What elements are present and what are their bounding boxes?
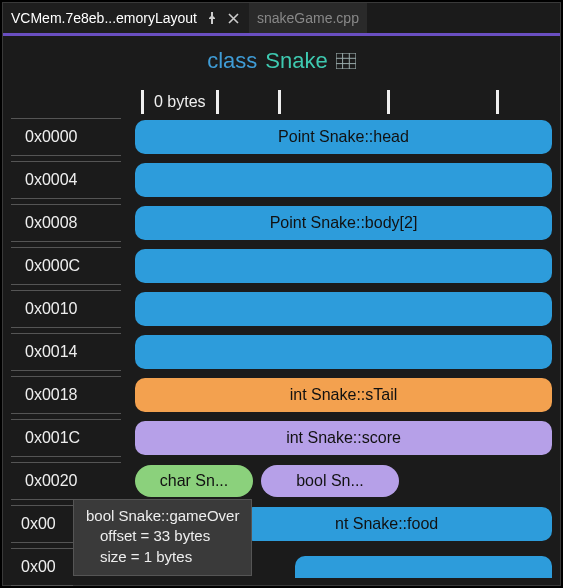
field-bar-area: char Sn... bool Sn... <box>121 462 552 500</box>
offset-addr: 0x0008 <box>11 204 121 242</box>
field-bar[interactable]: Point Snake::head <box>135 120 552 154</box>
ruler-tick <box>141 90 144 114</box>
field-bar[interactable] <box>135 292 552 326</box>
field-bar[interactable] <box>135 335 552 369</box>
field-bar-area <box>121 161 552 199</box>
ruler-tick <box>496 90 499 114</box>
tooltip-title: bool Snake::gameOver <box>86 506 239 526</box>
svg-rect-0 <box>336 53 356 69</box>
field-bar-area <box>121 247 552 285</box>
tab-bar: VCMem.7e8eb...emoryLayout snakeGame.cpp <box>3 3 560 33</box>
field-bar-area <box>121 333 552 371</box>
tab-memory-layout[interactable]: VCMem.7e8eb...emoryLayout <box>3 3 249 33</box>
memory-row[interactable]: 0x0020 char Sn... bool Sn... <box>11 462 552 500</box>
memory-row[interactable]: 0x0004 <box>11 161 552 199</box>
ruler-spacer <box>225 90 552 114</box>
offset-addr: 0x000C <box>11 247 121 285</box>
memory-row[interactable]: 0x0014 <box>11 333 552 371</box>
tab-label: VCMem.7e8eb...emoryLayout <box>11 10 197 26</box>
field-bar-area: int Snake::sTail <box>121 376 552 414</box>
class-name: Snake <box>265 48 327 74</box>
tooltip-size: size = 1 bytes <box>86 547 239 567</box>
offset-addr: 0x0004 <box>11 161 121 199</box>
ruler-tick <box>216 90 219 114</box>
field-bar-area: int Snake::score <box>121 419 552 457</box>
field-bar-area <box>121 290 552 328</box>
field-bar-area: Point Snake::body[2] <box>121 204 552 242</box>
ruler-tick <box>278 90 281 114</box>
field-bar[interactable] <box>135 163 552 197</box>
field-bar[interactable] <box>295 556 552 578</box>
field-bar[interactable]: int Snake::sTail <box>135 378 552 412</box>
offset-addr: 0x00 <box>11 548 73 586</box>
grid-icon[interactable] <box>336 52 356 70</box>
memory-row[interactable]: 0x0018 int Snake::sTail <box>11 376 552 414</box>
close-icon[interactable] <box>227 11 241 25</box>
memory-row[interactable]: 0x001C int Snake::score <box>11 419 552 457</box>
offset-addr: 0x0020 <box>11 462 121 500</box>
offset-addr: 0x0018 <box>11 376 121 414</box>
field-bar-area: Point Snake::head <box>121 118 552 156</box>
ruler-tick <box>387 90 390 114</box>
field-pill-bool[interactable]: bool Sn... <box>261 465 399 497</box>
field-bar[interactable]: Point Snake::body[2] <box>135 206 552 240</box>
offset-addr: 0x00 <box>11 505 73 543</box>
field-bar[interactable] <box>135 249 552 283</box>
memory-layout-window: VCMem.7e8eb...emoryLayout snakeGame.cpp … <box>2 2 561 586</box>
offset-addr: 0x0014 <box>11 333 121 371</box>
memory-row[interactable]: 0x0010 <box>11 290 552 328</box>
keyword-class: class <box>207 48 257 74</box>
byte-ruler: 0 bytes <box>135 88 552 116</box>
memory-row[interactable]: 0x000C <box>11 247 552 285</box>
memory-row[interactable]: 0x0000 Point Snake::head <box>11 118 552 156</box>
offset-addr: 0x0000 <box>11 118 121 156</box>
offset-addr: 0x0010 <box>11 290 121 328</box>
pin-icon[interactable] <box>205 11 219 25</box>
field-tooltip: bool Snake::gameOver offset = 33 bytes s… <box>73 499 252 576</box>
tooltip-offset: offset = 33 bytes <box>86 526 239 546</box>
tab-label: snakeGame.cpp <box>257 10 359 26</box>
class-title: class Snake <box>11 42 552 88</box>
tab-snakegame-cpp[interactable]: snakeGame.cpp <box>249 3 367 33</box>
field-pill-char[interactable]: char Sn... <box>135 465 253 497</box>
memory-row[interactable]: 0x0008 Point Snake::body[2] <box>11 204 552 242</box>
ruler-label: 0 bytes <box>150 93 210 111</box>
field-bar[interactable]: nt Snake::food <box>243 507 552 541</box>
field-bar[interactable]: int Snake::score <box>135 421 552 455</box>
offset-addr: 0x001C <box>11 419 121 457</box>
